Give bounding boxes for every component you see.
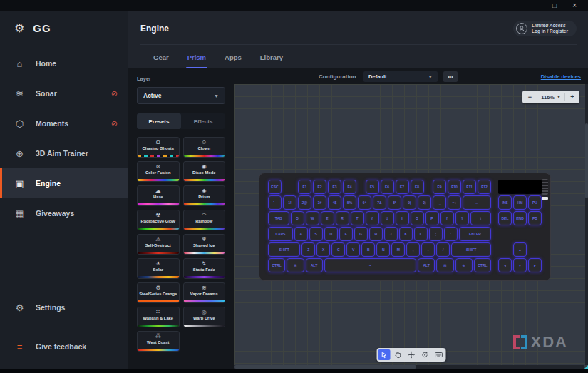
close-button[interactable]: ×	[572, 2, 577, 9]
key-o[interactable]: O	[411, 211, 424, 225]
key-0[interactable]: 0)	[418, 195, 431, 210]
layer-dropdown[interactable]: Active ▼	[137, 87, 225, 104]
more-options-button[interactable]: •••	[443, 71, 458, 82]
tab-gear[interactable]: Gear	[153, 52, 169, 68]
key-sym[interactable]: '	[444, 227, 458, 241]
rotate-tool-button[interactable]	[419, 349, 431, 360]
key-sym[interactable]: [	[440, 211, 454, 225]
preset-solar[interactable]: ☀ Solar	[137, 258, 180, 279]
key-3[interactable]: 3#	[313, 195, 326, 210]
preset-radioactive-glow[interactable]: ☢ Radioactive Glow	[137, 210, 180, 230]
key-shift[interactable]: SHIFT	[268, 242, 300, 257]
key-arrow[interactable]: ◂	[498, 258, 512, 272]
sidebar-item-sonar[interactable]: ≋ Sonar ⊘	[0, 78, 128, 108]
key-f12[interactable]: F12	[478, 180, 491, 194]
key-l[interactable]: L	[414, 227, 428, 241]
keyboard-tool-button[interactable]	[433, 349, 445, 360]
key-end[interactable]: END	[513, 211, 527, 225]
key-sym[interactable]: ;	[429, 227, 443, 241]
key-b[interactable]: B	[361, 242, 375, 257]
key-8[interactable]: 8*	[388, 195, 401, 210]
gg-logo[interactable]: ⚙ GG	[0, 11, 128, 44]
oled-button[interactable]	[542, 197, 548, 200]
key-ins[interactable]: INS	[498, 195, 512, 210]
key-f10[interactable]: F10	[448, 180, 461, 194]
key-sym[interactable]: -_	[433, 195, 446, 210]
key-w[interactable]: W	[306, 211, 319, 225]
oled-screen[interactable]	[498, 180, 542, 194]
tab-apps[interactable]: Apps	[225, 52, 242, 68]
pan-tool-button[interactable]	[392, 349, 404, 360]
key-6[interactable]: 6^	[358, 195, 371, 210]
horizontal-scrollbar-thumb[interactable]	[234, 365, 416, 369]
zoom-out-button[interactable]: −	[522, 93, 537, 101]
preset-self-destruct[interactable]: ⚠ Self-Destruct	[137, 234, 180, 255]
select-tool-button[interactable]	[378, 349, 391, 360]
key-f11[interactable]: F11	[463, 180, 476, 194]
tab-effects[interactable]: Effects	[181, 113, 225, 129]
key-p[interactable]: P	[425, 211, 439, 225]
key-t[interactable]: T	[351, 211, 364, 225]
key-arrow[interactable]: ▴	[513, 242, 527, 257]
key-f[interactable]: F	[339, 227, 353, 241]
key-k[interactable]: K	[399, 227, 413, 241]
key-arrow[interactable]: ▾	[513, 258, 527, 272]
key-sym[interactable]: =+	[448, 195, 461, 210]
sidebar-item-giveaways[interactable]: ▦ Giveaways	[0, 198, 128, 228]
preset-clown[interactable]: ☺ Clown	[183, 137, 226, 158]
key-5[interactable]: 5%	[343, 195, 356, 210]
key-f6[interactable]: F6	[381, 180, 394, 194]
key-sym[interactable]: ⊞	[436, 258, 453, 272]
tab-prism[interactable]: Prism	[187, 52, 206, 68]
key-sym[interactable]: \	[470, 211, 492, 225]
account-badge[interactable]: Limited Access Log in / Register	[513, 21, 577, 36]
device-canvas[interactable]: − 116% ▼ + ESCF1F2F3F4F5F6F7F8F9F10F11F1…	[234, 84, 588, 369]
key-shift[interactable]: SHIFT	[451, 242, 491, 257]
key-z[interactable]: Z	[301, 242, 315, 257]
key-m[interactable]: M	[391, 242, 405, 257]
key-x[interactable]: X	[316, 242, 330, 257]
key-2[interactable]: 2@	[298, 195, 311, 210]
key-sym[interactable]: `~	[268, 195, 282, 210]
minimize-button[interactable]: –	[533, 2, 537, 9]
key-pu[interactable]: PU	[528, 195, 542, 210]
move-tool-button[interactable]	[406, 349, 418, 360]
key-tab[interactable]: TAB	[268, 211, 289, 225]
preset-warp-drive[interactable]: ◎ Warp Drive	[183, 307, 226, 327]
key-ctrl[interactable]: CTRL	[268, 258, 285, 272]
sidebar-item-settings[interactable]: ⚙ Settings	[0, 292, 128, 322]
key-9[interactable]: 9(	[403, 195, 416, 210]
tab-presets[interactable]: Presets	[137, 113, 181, 129]
sidebar-item-home[interactable]: ⌂ Home	[0, 48, 128, 78]
key-q[interactable]: Q	[291, 211, 304, 225]
zoom-level-dropdown[interactable]: 116% ▼	[537, 93, 565, 101]
key-f9[interactable]: F9	[433, 180, 446, 194]
key-pd[interactable]: PD	[528, 211, 542, 225]
preset-haze[interactable]: ☁ Haze	[137, 185, 180, 206]
preset-disco-mode[interactable]: ◉ Disco Mode	[183, 161, 226, 182]
key-sym[interactable]: ,	[406, 242, 420, 257]
key-f7[interactable]: F7	[396, 180, 409, 194]
key-4[interactable]: 4$	[328, 195, 341, 210]
maximize-button[interactable]: □	[552, 2, 557, 9]
key-sym[interactable]: ←	[463, 195, 491, 210]
key-sym[interactable]: ]	[455, 211, 469, 225]
key-del[interactable]: DEL	[498, 211, 512, 225]
key-enter[interactable]: ENTER	[459, 227, 491, 241]
key-alt[interactable]: ALT	[306, 258, 323, 272]
key-r[interactable]: R	[336, 211, 349, 225]
sidebar-item-engine[interactable]: ▣ Engine	[0, 168, 128, 198]
key-esc[interactable]: ESC	[268, 180, 282, 194]
key-u[interactable]: U	[381, 211, 394, 225]
disable-devices-link[interactable]: Disable devices	[541, 73, 581, 80]
key-sym[interactable]: ⊙	[455, 258, 473, 272]
key-y[interactable]: Y	[366, 211, 379, 225]
preset-vapor-dreams[interactable]: ≋ Vapor Dreams	[183, 282, 226, 303]
preset-static-fade[interactable]: ↯ Static Fade	[183, 258, 226, 279]
key-s[interactable]: S	[309, 227, 323, 241]
volume-wheel[interactable]	[542, 179, 548, 195]
key-f3[interactable]: F3	[328, 180, 341, 194]
key-hm[interactable]: HM	[513, 195, 527, 210]
vertical-scrollbar-thumb[interactable]	[585, 123, 588, 198]
key-sym[interactable]: –	[324, 258, 416, 272]
